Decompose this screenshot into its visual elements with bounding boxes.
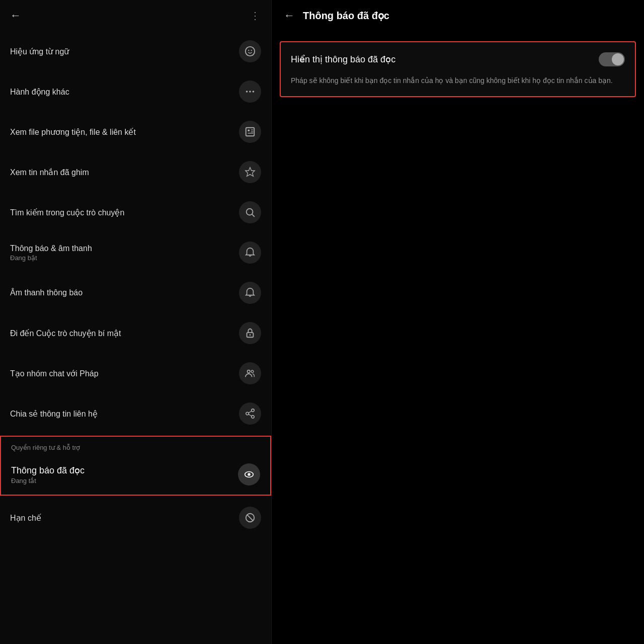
media-icon xyxy=(239,121,261,143)
menu-item-thongbaodadoc[interactable]: Thông báo đã đọc Đang tắt xyxy=(1,454,270,495)
settings-toggle-row: Hiển thị thông báo đã đọc xyxy=(291,52,625,66)
search-icon xyxy=(239,201,261,223)
restrict-icon xyxy=(239,507,261,529)
menu-item-hanh-dong[interactable]: Hành động khác xyxy=(0,71,271,112)
toggle-description: Pháp sẽ không biết khi bạn đọc tin nhắn … xyxy=(291,75,625,86)
menu-item-hanh-dong-label: Hành động khác xyxy=(10,87,234,97)
svg-point-23 xyxy=(248,473,251,476)
svg-point-14 xyxy=(250,334,251,336)
menu-item-xem-file-label: Xem file phương tiện, file & liên kết xyxy=(10,127,234,137)
menu-item-amthanh[interactable]: Âm thanh thông báo xyxy=(0,273,271,313)
svg-point-18 xyxy=(246,412,249,415)
section-quyen-rieng-tu: Quyền riêng tư & hỗ trợ Thông báo đã đọc… xyxy=(0,436,271,496)
menu-item-hanche-label: Hạn chế xyxy=(10,513,234,523)
menu-item-ghim-label: Xem tin nhắn đã ghim xyxy=(10,168,234,177)
section-item-sub: Đang tắt xyxy=(11,477,233,485)
menu-item-tim-kiem-label: Tìm kiếm trong cuộc trò chuyện xyxy=(10,208,234,217)
menu-item-taonhom-label: Tạo nhóm chat với Pháp xyxy=(10,369,234,378)
menu-item-bimat[interactable]: Đi đến Cuộc trò chuyện bí mật xyxy=(0,313,271,353)
svg-point-3 xyxy=(246,91,248,93)
eye-icon xyxy=(238,463,260,486)
menu-item-thongbao-sub: Đang bật xyxy=(10,254,234,262)
right-panel: ← Thông báo đã đọc Hiển thị thông báo đã… xyxy=(272,0,644,644)
menu-item-xem-file[interactable]: Xem file phương tiện, file & liên kết xyxy=(0,112,271,152)
menu-item-amthanh-label: Âm thanh thông báo xyxy=(10,288,234,297)
svg-line-21 xyxy=(249,414,252,416)
svg-point-4 xyxy=(249,91,251,93)
right-header: ← Thông báo đã đọc xyxy=(272,0,644,31)
svg-rect-7 xyxy=(248,129,250,131)
svg-point-17 xyxy=(252,409,255,412)
settings-card: Hiển thị thông báo đã đọc Pháp sẽ không … xyxy=(280,41,636,97)
menu-item-bimat-label: Đi đến Cuộc trò chuyện bí mật xyxy=(10,329,234,338)
menu-item-taonhom[interactable]: Tạo nhóm chat với Pháp xyxy=(0,353,271,393)
lock-icon xyxy=(239,322,261,344)
back-arrow-right[interactable]: ← xyxy=(284,9,295,22)
bell2-icon xyxy=(239,282,261,304)
menu-item-tim-kiem[interactable]: Tìm kiếm trong cuộc trò chuyện xyxy=(0,192,271,232)
section-label: Quyền riêng tư & hỗ trợ xyxy=(1,437,270,454)
menu-item-chiase-label: Chia sẻ thông tin liên hệ xyxy=(10,409,234,419)
menu-item-hieu-ung-label: Hiệu ứng từ ngữ xyxy=(10,47,234,56)
menu-item-hanche[interactable]: Hạn chế xyxy=(0,498,271,538)
menu-item-chiase[interactable]: Chia sẻ thông tin liên hệ xyxy=(0,393,271,434)
toggle-label: Hiển thị thông báo đã đọc xyxy=(291,54,395,65)
left-panel: ← ⋮ Hiệu ứng từ ngữ Hành động khác Xem f… xyxy=(0,0,272,644)
menu-item-thongbao-label: Thông báo & âm thanh xyxy=(10,244,234,253)
menu-item-hieu-ung[interactable]: Hiệu ứng từ ngữ xyxy=(0,31,271,71)
svg-point-19 xyxy=(252,416,255,419)
svg-point-0 xyxy=(246,47,255,56)
more-icon xyxy=(239,80,261,103)
left-header: ← ⋮ xyxy=(0,0,271,31)
svg-line-20 xyxy=(249,411,252,413)
pin-icon xyxy=(239,161,261,183)
menu-item-thongbao[interactable]: Thông báo & âm thanh Đang bật xyxy=(0,232,271,273)
menu-item-ghim[interactable]: Xem tin nhắn đã ghim xyxy=(0,152,271,192)
bell-icon xyxy=(239,242,261,264)
svg-line-12 xyxy=(252,214,254,216)
toggle-knob xyxy=(612,53,624,65)
right-panel-title: Thông báo đã đọc xyxy=(303,10,389,22)
back-arrow-left[interactable]: ← xyxy=(10,9,21,22)
menu-dots[interactable]: ⋮ xyxy=(250,10,261,22)
svg-point-16 xyxy=(251,370,254,373)
smiley-icon xyxy=(239,40,261,62)
svg-point-5 xyxy=(253,91,255,93)
svg-point-2 xyxy=(251,50,252,51)
group-icon xyxy=(239,362,261,384)
svg-point-15 xyxy=(248,370,251,373)
section-item-main: Thông báo đã đọc xyxy=(11,465,233,476)
svg-line-25 xyxy=(247,515,253,521)
share-icon xyxy=(239,403,261,425)
svg-point-1 xyxy=(248,50,249,51)
read-receipt-toggle[interactable] xyxy=(599,52,625,66)
right-content: Hiển thị thông báo đã đọc Pháp sẽ không … xyxy=(272,31,644,107)
